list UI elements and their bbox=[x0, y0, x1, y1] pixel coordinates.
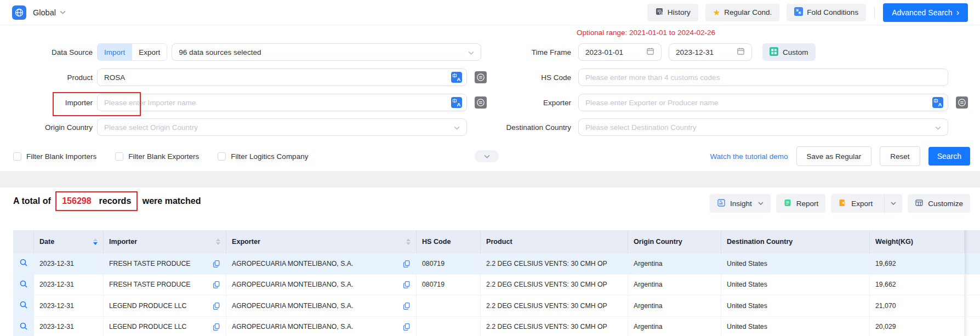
export-button[interactable]: Export bbox=[831, 194, 880, 213]
magnifier-icon[interactable] bbox=[19, 258, 28, 269]
exporter-cell: AGROPECUARIA MONTELIBANO, S.A. bbox=[226, 275, 417, 295]
sort-icon[interactable] bbox=[93, 238, 98, 245]
save-as-regular-button[interactable]: Save as Regular bbox=[796, 146, 872, 166]
match-mode-icon[interactable] bbox=[956, 96, 968, 109]
weight-cell: 19,692 bbox=[870, 253, 965, 274]
insight-icon bbox=[717, 198, 726, 209]
copy-icon[interactable] bbox=[213, 260, 220, 267]
header-exporter[interactable]: Exporter bbox=[226, 230, 417, 253]
exporter-input[interactable] bbox=[585, 99, 941, 107]
origin-country-select[interactable]: Please select Origin Country bbox=[97, 118, 467, 136]
importer-cell: LEGEND PRODUCE LLC bbox=[104, 295, 226, 316]
fold-conditions-label: Fold Conditions bbox=[807, 8, 858, 16]
customize-icon bbox=[915, 198, 924, 209]
tutorial-link[interactable]: Watch the tutorial demo bbox=[710, 152, 788, 161]
data-sources-value: 96 data sources selected bbox=[179, 48, 261, 56]
table-row[interactable]: 2023-12-31 FRESH TASTE PRODUCE AGROPECUA… bbox=[13, 253, 980, 275]
copy-icon[interactable] bbox=[403, 323, 411, 331]
filter-logitics-company[interactable]: Filter Logitics Company bbox=[218, 152, 308, 161]
report-label: Report bbox=[796, 200, 819, 208]
data-source-label: Data Source bbox=[0, 48, 93, 56]
customize-label: Customize bbox=[928, 200, 963, 208]
insight-button[interactable]: Insight bbox=[710, 194, 771, 213]
translate-icon[interactable]: A bbox=[451, 97, 462, 108]
data-sources-dropdown[interactable]: 96 data sources selected bbox=[172, 43, 481, 61]
filter-label: Filter Logitics Company bbox=[231, 152, 308, 161]
product-cell: 2.2 DEG CELSIUS VENTS: 30 CMH OP bbox=[481, 317, 628, 336]
translate-icon[interactable]: A bbox=[451, 72, 462, 83]
destination-country-row: Destination Country Please select Destin… bbox=[491, 118, 980, 136]
copy-icon[interactable] bbox=[403, 260, 411, 267]
end-date-input[interactable]: 2023-12-31 bbox=[669, 43, 752, 61]
importer-input[interactable] bbox=[104, 99, 460, 107]
report-button[interactable]: Report bbox=[776, 194, 826, 213]
magnifier-icon[interactable] bbox=[19, 300, 28, 311]
report-icon bbox=[783, 198, 792, 209]
advanced-search-button[interactable]: Advanced Search › bbox=[883, 3, 968, 22]
checkbox[interactable] bbox=[13, 152, 21, 161]
history-label: History bbox=[668, 8, 691, 16]
search-button[interactable]: Search bbox=[928, 147, 970, 166]
top-bar: Global History ★ Regular Cond. Fold Cond… bbox=[0, 0, 980, 25]
chevron-down-icon[interactable] bbox=[60, 10, 66, 14]
checkbox[interactable] bbox=[115, 152, 123, 161]
export-options-button[interactable] bbox=[884, 194, 902, 213]
header-hs-code: HS Code bbox=[417, 230, 481, 253]
data-source-row: Data Source Import Export 96 data source… bbox=[0, 43, 491, 61]
filter-label: Filter Blank Importers bbox=[26, 152, 96, 161]
product-input[interactable] bbox=[104, 73, 460, 82]
start-date-value: 2023-01-01 bbox=[585, 48, 623, 56]
exporter-label: Exporter bbox=[491, 99, 571, 107]
regular-cond-label: Regular Cond. bbox=[724, 8, 772, 16]
copy-icon[interactable] bbox=[213, 323, 220, 331]
table-row[interactable]: 2023-12-31 FRESH TASTE PRODUCE AGROPECUA… bbox=[13, 275, 980, 296]
sort-icon[interactable] bbox=[216, 238, 220, 245]
collapse-conditions-button[interactable] bbox=[475, 150, 499, 162]
header-date[interactable]: Date bbox=[34, 230, 104, 253]
regular-cond-button[interactable]: ★ Regular Cond. bbox=[705, 4, 780, 21]
importer-cell: LEGEND PRODUCE LLC bbox=[104, 317, 226, 336]
start-date-input[interactable]: 2023-01-01 bbox=[578, 43, 662, 61]
weight-cell: 20,029 bbox=[870, 317, 965, 336]
hs-code-cell bbox=[417, 317, 481, 336]
copy-icon[interactable] bbox=[213, 302, 220, 310]
destination-country-select[interactable]: Please select Destination Country bbox=[578, 118, 948, 136]
time-frame-row: Time Frame 2023-01-01 2023-12-31 Custom bbox=[491, 43, 980, 61]
copy-icon[interactable] bbox=[403, 302, 411, 310]
magnifier-icon[interactable] bbox=[19, 280, 28, 290]
hs-code-input[interactable] bbox=[585, 73, 941, 82]
match-mode-icon[interactable] bbox=[475, 96, 487, 109]
translate-icon[interactable]: A bbox=[932, 97, 943, 108]
match-mode-icon[interactable] bbox=[475, 71, 487, 83]
customize-button[interactable]: Customize bbox=[908, 194, 970, 213]
total-suffix: were matched bbox=[143, 196, 201, 206]
header-importer[interactable]: Importer bbox=[104, 230, 226, 253]
optional-range-hint: Optional range: 2021-01-01 to 2024-02-26 bbox=[577, 29, 715, 37]
tab-import[interactable]: Import bbox=[98, 44, 132, 60]
records-annotation-box: 156298records bbox=[55, 191, 138, 211]
history-button[interactable]: History bbox=[647, 4, 698, 21]
weight-cell: 19,662 bbox=[870, 275, 965, 295]
copy-icon[interactable] bbox=[403, 281, 411, 288]
fold-conditions-button[interactable]: Fold Conditions bbox=[787, 4, 866, 21]
destination-country-placeholder: Please select Destination Country bbox=[585, 123, 697, 132]
filter-blank-exporters[interactable]: Filter Blank Exporters bbox=[115, 152, 199, 161]
checkbox[interactable] bbox=[218, 152, 226, 161]
copy-icon[interactable] bbox=[213, 281, 220, 288]
results-table: Date Importer Exporter HS Code Product O… bbox=[13, 230, 980, 336]
sort-icon[interactable] bbox=[406, 238, 411, 245]
filter-blank-importers[interactable]: Filter Blank Importers bbox=[13, 152, 96, 161]
custom-range-button[interactable]: Custom bbox=[762, 43, 816, 61]
topbar-divider bbox=[874, 7, 875, 19]
tab-export[interactable]: Export bbox=[132, 44, 167, 60]
results-section: A total of 156298records were matched In… bbox=[0, 187, 980, 336]
table-row[interactable]: 2023-12-31 LEGEND PRODUCE LLC AGROPECUAR… bbox=[13, 317, 980, 336]
reset-button[interactable]: Reset bbox=[880, 146, 920, 166]
table-row[interactable]: 2023-12-31 LEGEND PRODUCE LLC AGROPECUAR… bbox=[13, 295, 980, 317]
magnifier-icon[interactable] bbox=[19, 322, 28, 332]
end-date-value: 2023-12-31 bbox=[676, 48, 714, 56]
region-selector-label[interactable]: Global bbox=[33, 8, 56, 17]
product-cell: 2.2 DEG CELSIUS VENTS: 30 CMH OP bbox=[481, 275, 628, 295]
filter-row: Filter Blank Importers Filter Blank Expo… bbox=[13, 150, 327, 162]
importer-cell: FRESH TASTE PRODUCE bbox=[104, 275, 226, 295]
